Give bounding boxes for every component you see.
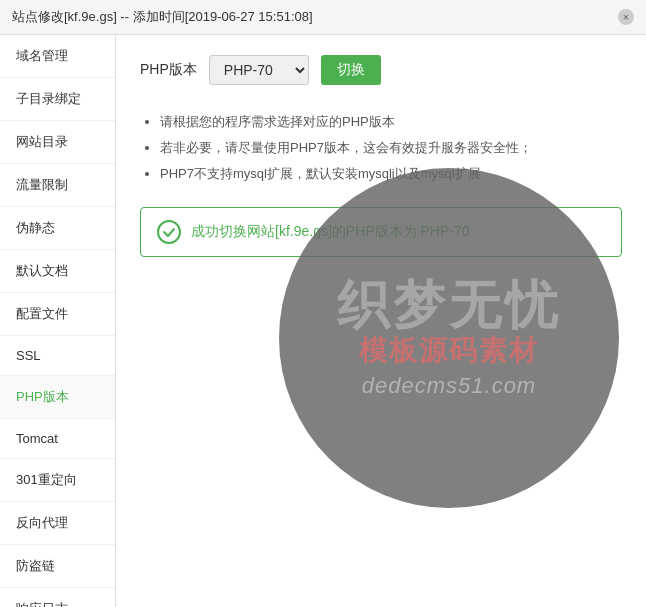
sidebar-item-config[interactable]: 配置文件 xyxy=(0,293,115,336)
sidebar-item-rewrite[interactable]: 伪静态 xyxy=(0,207,115,250)
info-item-0: 请根据您的程序需求选择对应的PHP版本 xyxy=(160,109,622,135)
info-list: 请根据您的程序需求选择对应的PHP版本 若非必要，请尽量使用PHP7版本，这会有… xyxy=(140,109,622,187)
main-layout: 域名管理 子目录绑定 网站目录 流量限制 伪静态 默认文档 配置文件 SSL P… xyxy=(0,35,646,607)
sidebar-item-response-log[interactable]: 响应日志 xyxy=(0,588,115,607)
sidebar-item-default-doc[interactable]: 默认文档 xyxy=(0,250,115,293)
php-version-select[interactable]: PHP-70 PHP-56 PHP-74 PHP-80 xyxy=(209,55,309,85)
sidebar-item-traffic[interactable]: 流量限制 xyxy=(0,164,115,207)
sidebar-item-hotlink[interactable]: 防盗链 xyxy=(0,545,115,588)
php-version-row: PHP版本 PHP-70 PHP-56 PHP-74 PHP-80 切换 xyxy=(140,55,622,85)
watermark-line1: 织梦无忧 xyxy=(337,277,561,334)
title-text: 站点修改[kf.9e.gs] -- 添加时间[2019-06-27 15:51:… xyxy=(12,8,313,26)
main-content: PHP版本 PHP-70 PHP-56 PHP-74 PHP-80 切换 请根据… xyxy=(116,35,646,607)
success-box: 成功切换网站[kf.9e.gs]的PHP版本为 PHP-70 xyxy=(140,207,622,257)
sidebar-item-domain[interactable]: 域名管理 xyxy=(0,35,115,78)
switch-button[interactable]: 切换 xyxy=(321,55,381,85)
watermark-line2: 模板源码素材 xyxy=(359,334,539,368)
sidebar: 域名管理 子目录绑定 网站目录 流量限制 伪静态 默认文档 配置文件 SSL P… xyxy=(0,35,116,607)
sidebar-item-reverse-proxy[interactable]: 反向代理 xyxy=(0,502,115,545)
php-version-label: PHP版本 xyxy=(140,61,197,79)
info-item-1: 若非必要，请尽量使用PHP7版本，这会有效提升服务器安全性； xyxy=(160,135,622,161)
sidebar-item-php[interactable]: PHP版本 xyxy=(0,376,115,419)
success-message: 成功切换网站[kf.9e.gs]的PHP版本为 PHP-70 xyxy=(191,223,470,241)
sidebar-item-webdir[interactable]: 网站目录 xyxy=(0,121,115,164)
sidebar-item-301[interactable]: 301重定向 xyxy=(0,459,115,502)
sidebar-item-ssl[interactable]: SSL xyxy=(0,336,115,376)
title-bar: 站点修改[kf.9e.gs] -- 添加时间[2019-06-27 15:51:… xyxy=(0,0,646,35)
sidebar-item-tomcat[interactable]: Tomcat xyxy=(0,419,115,459)
watermark-line3: dedecms51.com xyxy=(362,373,536,399)
close-button[interactable]: × xyxy=(618,9,634,25)
close-icon: × xyxy=(623,11,629,23)
sidebar-item-subdir[interactable]: 子目录绑定 xyxy=(0,78,115,121)
info-item-2: PHP7不支持mysql扩展，默认安装mysqli以及mysql扩展 xyxy=(160,161,622,187)
success-icon xyxy=(157,220,181,244)
